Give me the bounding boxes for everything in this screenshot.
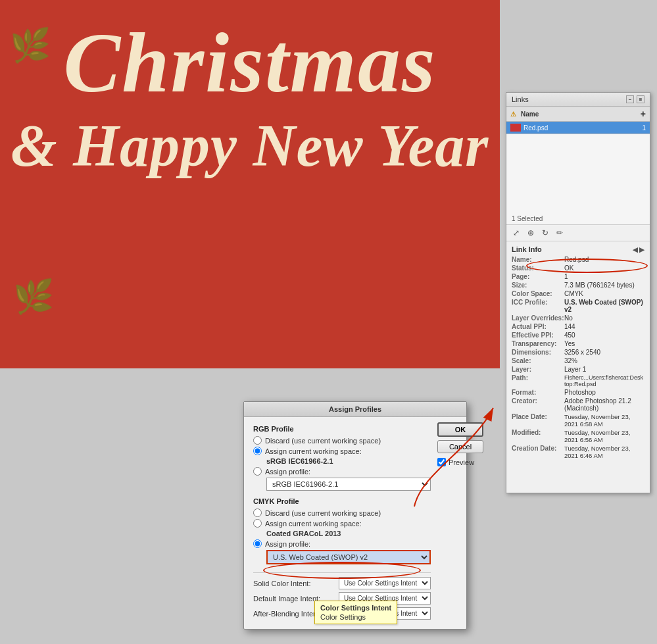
link-info-effectiveppi: Effective PPI: 450	[512, 332, 645, 339]
solid-color-intent-select[interactable]: Use Color Settings Intent	[339, 577, 431, 589]
effectiveppi-label: Effective PPI:	[512, 332, 564, 339]
ok-button[interactable]: OK	[437, 422, 483, 437]
link-info-path: Path: Fisherc...Users:fishercat:Desktop:…	[512, 374, 645, 387]
discard-cmyk-radio[interactable]	[253, 508, 262, 517]
relink-icon[interactable]: ⤢	[510, 227, 522, 239]
scale-label: Scale:	[512, 357, 564, 364]
modified-value: Tuesday, November 23, 2021 6:56 AM	[564, 429, 645, 443]
solid-color-intent-label: Solid Color Intent:	[253, 580, 339, 587]
icc-value: U.S. Web Coated (SWOP) v2	[564, 299, 645, 313]
assign-working-rgb-radio[interactable]	[253, 447, 262, 455]
goto-link-icon[interactable]: ⊕	[525, 227, 537, 239]
tooltip-body: Color Settings	[320, 613, 391, 621]
decoration-bl: 🌿	[13, 278, 54, 316]
file-icon	[510, 124, 521, 132]
status-label: Status:	[512, 264, 564, 272]
overrides-label: Layer Overrides:	[512, 314, 564, 322]
link-info-transparency: Transparency: Yes	[512, 340, 645, 347]
creation-value: Tuesday, November 23, 2021 6:46 AM	[564, 445, 645, 459]
dimensions-label: Dimensions:	[512, 349, 564, 356]
assign-profile-cmyk-row[interactable]: Assign profile:	[253, 539, 431, 548]
link-info-status: Status: OK	[512, 264, 645, 272]
discard-rgb-row[interactable]: Discard (use current working space)	[253, 436, 431, 445]
name-column-header[interactable]: Name	[521, 111, 641, 118]
assign-working-cmyk-label[interactable]: Assign current working space:	[265, 520, 362, 528]
assign-working-cmyk-radio[interactable]	[253, 519, 262, 528]
rgb-working-space-value: sRGB IEC61966-2.1	[266, 457, 431, 465]
cmyk-profile-label: CMYK Profile	[253, 497, 431, 505]
format-value: Photoshop	[564, 389, 596, 396]
edit-original-icon[interactable]: ✏	[554, 227, 566, 239]
assign-profile-rgb-row[interactable]: Assign profile:	[253, 467, 431, 476]
link-info-creation: Creation Date: Tuesday, November 23, 202…	[512, 445, 645, 459]
new-link-btn[interactable]: +	[641, 109, 646, 119]
colorspace-value: CMYK	[564, 290, 583, 297]
modified-label: Modified:	[512, 429, 564, 443]
effectiveppi-value: 450	[564, 332, 575, 339]
link-info-modified: Modified: Tuesday, November 23, 2021 6:5…	[512, 429, 645, 443]
link-info-colorspace: Color Space: CMYK	[512, 290, 645, 297]
dimensions-value: 3256 x 2540	[564, 349, 600, 356]
links-panel-titlebar: Links − ≡	[506, 93, 650, 107]
dialog-title: Assign Profiles	[244, 402, 466, 417]
link-info-creator: Creator: Adobe Photoshop 21.2 (Macintosh…	[512, 397, 645, 412]
assign-working-rgb-row[interactable]: Assign current working space:	[253, 447, 431, 455]
discard-cmyk-row[interactable]: Discard (use current working space)	[253, 508, 431, 517]
assign-profiles-dialog: Assign Profiles RGB Profile Discard (use…	[243, 401, 467, 630]
dialog-buttons: OK Cancel Preview	[437, 422, 490, 629]
decoration-tl: 🌿	[10, 26, 51, 64]
preview-label[interactable]: Preview	[449, 458, 474, 466]
cmyk-profile-select[interactable]: U.S. Web Coated (SWOP) v2	[266, 550, 431, 564]
size-value: 7.3 MB (7661624 bytes)	[564, 282, 635, 289]
links-panel-collapse-btn[interactable]: −	[626, 95, 634, 103]
dialog-separator	[253, 572, 431, 573]
update-link-icon[interactable]: ↻	[539, 227, 551, 239]
creator-value: Adobe Photoshop 21.2 (Macintosh)	[564, 397, 645, 412]
preview-checkbox-row[interactable]: Preview	[437, 458, 483, 466]
cmyk-working-space-value: Coated GRACoL 2013	[266, 530, 431, 537]
links-panel-title: Links	[512, 95, 529, 103]
discard-rgb-label[interactable]: Discard (use current working space)	[265, 437, 381, 445]
transparency-value: Yes	[564, 340, 575, 347]
warning-column-header: ⚠	[510, 111, 521, 118]
next-link-arrow[interactable]: ▶	[639, 246, 645, 253]
link-info-page: Page: 1	[512, 273, 645, 280]
transparency-label: Transparency:	[512, 340, 564, 347]
file-page-num: 1	[642, 124, 646, 132]
solid-color-intent-row: Solid Color Intent: Use Color Settings I…	[253, 577, 431, 589]
format-label: Format:	[512, 389, 564, 396]
placedate-label: Place Date:	[512, 413, 564, 428]
rgb-profile-label: RGB Profile	[253, 425, 431, 433]
preview-checkbox[interactable]	[437, 458, 446, 466]
link-info-dimensions: Dimensions: 3256 x 2540	[512, 349, 645, 356]
assign-working-cmyk-row[interactable]: Assign current working space:	[253, 519, 431, 528]
link-info-section: Link Info ◀ ▶ Name: Red.psd Status: OK P…	[506, 241, 650, 464]
links-panel-menu-btn[interactable]: ≡	[637, 95, 645, 103]
status-value: OK	[564, 264, 573, 272]
actualppi-value: 144	[564, 323, 575, 330]
assign-profile-cmyk-label[interactable]: Assign profile:	[265, 540, 310, 548]
discard-cmyk-label[interactable]: Discard (use current working space)	[265, 509, 381, 517]
link-info-label: Link Info	[512, 245, 542, 253]
icc-label: ICC Profile:	[512, 299, 564, 313]
assign-profile-rgb-label[interactable]: Assign profile:	[265, 468, 310, 476]
layer-value: Layer 1	[564, 366, 586, 373]
actualppi-label: Actual PPI:	[512, 323, 564, 330]
assign-profile-cmyk-radio[interactable]	[253, 539, 262, 548]
name-label: Name:	[512, 256, 564, 263]
link-info-layer: Layer: Layer 1	[512, 366, 645, 373]
name-value: Red.psd	[564, 256, 589, 263]
assign-working-rgb-label[interactable]: Assign current working space:	[265, 447, 362, 455]
discard-rgb-radio[interactable]	[253, 436, 262, 445]
rgb-profile-select[interactable]: sRGB IEC61966-2.1	[266, 478, 431, 491]
link-info-name: Name: Red.psd	[512, 256, 645, 263]
overrides-value: No	[564, 314, 573, 322]
selected-count-label: 1 Selected	[512, 215, 543, 222]
prev-link-arrow[interactable]: ◀	[633, 246, 638, 253]
layer-label: Layer:	[512, 366, 564, 373]
link-info-scale: Scale: 32%	[512, 357, 645, 364]
dialog-left: RGB Profile Discard (use current working…	[244, 422, 437, 629]
assign-profile-rgb-radio[interactable]	[253, 467, 262, 476]
cancel-button[interactable]: Cancel	[437, 440, 483, 453]
links-table-row[interactable]: Red.psd 1	[506, 122, 650, 134]
